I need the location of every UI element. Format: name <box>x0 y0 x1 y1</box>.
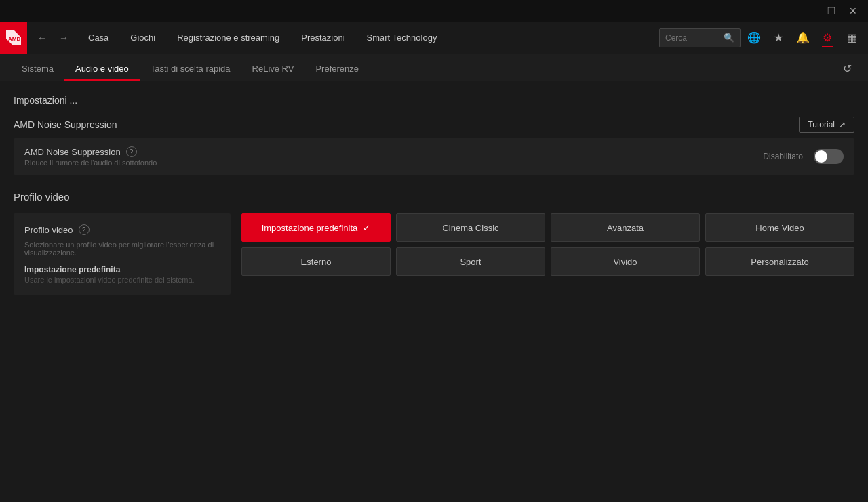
tab-preferenze[interactable]: Preferenze <box>304 56 370 81</box>
tab-relive[interactable]: ReLive RV <box>241 56 305 81</box>
video-profile-current-desc: Usare le impostazioni video predefinite … <box>24 276 220 284</box>
reset-button[interactable]: ↺ <box>837 56 857 81</box>
video-profile-label-area: Profilo video ? Selezionare un profilo v… <box>14 213 231 295</box>
vbtn-impostazione-label: Impostazione predefinita <box>262 223 358 233</box>
nav-right: 🔍 🌐 ★ 🔔 ⚙ ▦ <box>659 27 868 49</box>
vbtn-personalizzato[interactable]: Personalizzato <box>705 247 854 276</box>
video-profile-row: Profilo video ? Selezionare un profilo v… <box>14 213 854 295</box>
video-profile-section: Profilo video Profilo video ? Selezionar… <box>14 191 854 295</box>
vbtn-homevideo-label: Home Video <box>755 223 804 233</box>
nav-smart[interactable]: Smart Technology <box>357 22 447 54</box>
forward-button[interactable]: → <box>54 28 73 47</box>
nav-links: Casa Giochi Registrazione e streaming Pr… <box>79 22 659 54</box>
noise-label: AMD Noise Suppression ? <box>24 146 763 157</box>
video-profile-desc: Selezionare un profilo video per miglior… <box>24 240 220 257</box>
noise-sublabel: Riduce il rumore dell'audio di sottofond… <box>24 159 763 167</box>
nav-giochi[interactable]: Giochi <box>121 22 165 54</box>
noise-section-title: AMD Noise Suppression <box>14 119 117 130</box>
checkmark-icon: ✓ <box>363 223 370 233</box>
noise-status: Disabilitato <box>763 152 803 161</box>
noise-header: AMD Noise Suppression Tutorial ↗ <box>14 117 854 133</box>
video-buttons-area: Impostazione predefinita ✓ Cinema Clssic… <box>241 213 854 295</box>
search-icon: 🔍 <box>724 33 734 43</box>
search-input[interactable] <box>665 33 719 43</box>
video-profile-current: Impostazione predefinita <box>24 265 220 274</box>
vbtn-avanzata[interactable]: Avanzata <box>551 213 700 242</box>
toggle-knob <box>815 150 827 163</box>
vbtn-sport-label: Sport <box>460 257 481 267</box>
globe-button[interactable]: 🌐 <box>743 27 765 49</box>
search-box[interactable]: 🔍 <box>659 28 741 47</box>
restore-button[interactable]: ❐ <box>822 1 841 20</box>
back-button[interactable]: ← <box>33 28 52 47</box>
noise-help-icon[interactable]: ? <box>126 146 137 157</box>
tutorial-button[interactable]: Tutorial ↗ <box>799 117 854 133</box>
vbtn-homevideo[interactable]: Home Video <box>705 213 854 242</box>
video-section-title: Profilo video <box>14 191 854 203</box>
tab-bar: Sistema Audio e video Tasti di scelta ra… <box>0 54 868 81</box>
close-button[interactable]: ✕ <box>844 1 863 20</box>
notifications-button[interactable]: 🔔 <box>792 27 814 49</box>
video-profile-help-icon[interactable]: ? <box>79 224 90 235</box>
tab-sistema[interactable]: Sistema <box>11 56 64 81</box>
vbtn-avanzata-label: Avanzata <box>607 223 644 233</box>
nav-prestazioni[interactable]: Prestazioni <box>292 22 354 54</box>
noise-toggle[interactable] <box>814 149 844 164</box>
vbtn-sport[interactable]: Sport <box>396 247 545 276</box>
minimize-button[interactable]: — <box>800 1 819 20</box>
star-button[interactable]: ★ <box>768 27 789 49</box>
vbtn-vivido-label: Vivido <box>613 257 637 267</box>
nav-arrows: ← → <box>27 28 79 47</box>
video-profile-name: Profilo video ? <box>24 224 220 235</box>
vbtn-esterno-label: Esterno <box>301 257 332 267</box>
vbtn-esterno[interactable]: Esterno <box>241 247 391 276</box>
nav-registrazione[interactable]: Registrazione e streaming <box>167 22 289 54</box>
svg-text:AMD: AMD <box>8 36 20 42</box>
main-content: Impostazioni ... AMD Noise Suppression T… <box>0 81 868 308</box>
settings-title: Impostazioni ... <box>14 95 854 106</box>
noise-suppression-section: AMD Noise Suppression Tutorial ↗ AMD Noi… <box>14 117 854 175</box>
tab-tasti[interactable]: Tasti di scelta rapida <box>140 56 241 81</box>
vbtn-personalizzato-label: Personalizzato <box>751 257 808 267</box>
vbtn-cinema-label: Cinema Clssic <box>442 223 498 233</box>
title-bar: — ❐ ✕ <box>0 0 868 22</box>
settings-button[interactable]: ⚙ <box>816 27 838 49</box>
vbtn-impostazione[interactable]: Impostazione predefinita ✓ <box>241 213 391 242</box>
vbtn-cinema[interactable]: Cinema Clssic <box>396 213 545 242</box>
nav-bar: AMD ← → Casa Giochi Registrazione e stre… <box>0 22 868 54</box>
nav-casa[interactable]: Casa <box>79 22 118 54</box>
grid-button[interactable]: ▦ <box>841 27 863 49</box>
video-buttons-grid: Impostazione predefinita ✓ Cinema Clssic… <box>241 213 854 276</box>
noise-label-area: AMD Noise Suppression ? Riduce il rumore… <box>24 146 763 167</box>
tutorial-label: Tutorial <box>808 120 835 129</box>
tab-audio-video[interactable]: Audio e video <box>64 56 140 81</box>
tutorial-icon: ↗ <box>839 120 846 129</box>
amd-logo: AMD <box>0 22 27 54</box>
vbtn-vivido[interactable]: Vivido <box>551 247 700 276</box>
noise-row: AMD Noise Suppression ? Riduce il rumore… <box>14 138 854 175</box>
